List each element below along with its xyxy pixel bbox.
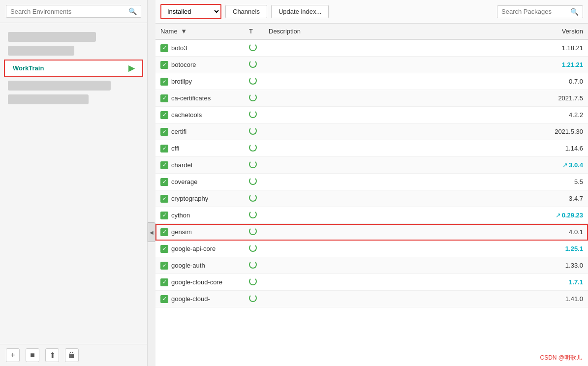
upgrade-arrow-icon: ↗ <box>556 212 561 219</box>
package-checkbox[interactable]: ✓ cffi <box>160 145 179 152</box>
package-checkbox[interactable]: ✓ botocore <box>160 61 196 69</box>
package-checkbox[interactable]: ✓ cachetools <box>160 111 202 119</box>
package-checkbox[interactable]: ✓ ca-certificates <box>160 94 211 102</box>
table-row[interactable]: ✓ botocore 1.21.21 <box>155 57 588 73</box>
package-name-label: cffi <box>171 145 179 152</box>
package-spinner-icon <box>249 294 257 302</box>
package-version-label: 0.7.0 <box>569 78 583 85</box>
package-description-cell <box>264 157 433 174</box>
checkbox-checked-icon: ✓ <box>160 195 168 203</box>
package-version-label: 1.25.1 <box>565 245 583 252</box>
env-item-worktrain[interactable]: WorkTrain ▶ <box>4 60 143 77</box>
package-spinner-icon <box>249 261 257 269</box>
filter-select-wrapper[interactable]: Installed Not Installed Updatable Select… <box>160 4 221 19</box>
package-type-cell <box>244 207 264 224</box>
table-row[interactable]: ✓ google-cloud- 1.41.0 <box>155 291 588 307</box>
package-checkbox[interactable]: ✓ boto3 <box>160 44 187 52</box>
package-description-cell <box>264 107 433 123</box>
package-checkbox[interactable]: ✓ brotlipy <box>160 78 192 86</box>
package-search-box[interactable]: 🔍 <box>497 5 583 18</box>
package-name-cell: ✓ google-auth <box>155 257 244 274</box>
package-version-label: 2021.7.5 <box>558 94 583 102</box>
run-environment-icon[interactable]: ▶ <box>128 63 134 73</box>
table-row[interactable]: ✓ ca-certificates 2021.7.5 <box>155 90 588 107</box>
package-version-cell: 1.25.1 <box>433 241 588 257</box>
type-column-header[interactable]: T <box>244 24 264 39</box>
package-checkbox[interactable]: ✓ coverage <box>160 178 197 186</box>
package-checkbox[interactable]: ✓ cython <box>160 212 190 219</box>
package-version-cell: ↗0.29.23 <box>433 207 588 224</box>
environment-list: WorkTrain ▶ <box>0 23 147 344</box>
table-row[interactable]: ✓ cryptography 3.4.7 <box>155 190 588 207</box>
package-checkbox[interactable]: ✓ google-cloud- <box>160 295 210 303</box>
sidebar-search-area: 🔍 <box>0 0 147 23</box>
add-environment-button[interactable]: + <box>6 348 20 362</box>
package-checkbox[interactable]: ✓ google-cloud-core <box>160 278 222 286</box>
package-type-cell <box>244 174 264 190</box>
package-type-cell <box>244 57 264 73</box>
table-row[interactable]: ✓ cachetools 4.2.2 <box>155 107 588 123</box>
checkbox-checked-icon: ✓ <box>160 61 168 69</box>
package-name-cell: ✓ boto3 <box>155 39 244 57</box>
package-checkbox[interactable]: ✓ cryptography <box>160 195 208 203</box>
table-row[interactable]: ✓ chardet ↗3.0.4 <box>155 157 588 174</box>
package-checkbox[interactable]: ✓ certifi <box>160 128 186 136</box>
package-name-cell: ✓ gensim <box>155 224 244 241</box>
package-description-cell <box>264 73 433 90</box>
channels-button[interactable]: Channels <box>225 5 267 18</box>
package-type-cell <box>244 241 264 257</box>
table-row[interactable]: ✓ google-cloud-core 1.7.1 <box>155 274 588 291</box>
package-name-label: boto3 <box>171 44 187 52</box>
env-search-box[interactable]: 🔍 <box>6 5 141 18</box>
env-search-icon[interactable]: 🔍 <box>128 7 137 15</box>
package-name-cell: ✓ ca-certificates <box>155 90 244 107</box>
stop-environment-button[interactable]: ■ <box>26 348 39 362</box>
table-row[interactable]: ✓ certifi 2021.5.30 <box>155 123 588 140</box>
env-search-input[interactable] <box>10 8 128 15</box>
package-checkbox[interactable]: ✓ google-api-core <box>160 245 216 253</box>
table-row[interactable]: ✓ brotlipy 0.7.0 <box>155 73 588 90</box>
table-row[interactable]: ✓ gensim 4.0.1 <box>155 224 588 241</box>
package-search-icon[interactable]: 🔍 <box>570 8 579 16</box>
import-environment-button[interactable]: ⬆ <box>45 348 59 362</box>
package-table: Name ▼ T Description Version ✓ boto3 1.1… <box>155 24 588 307</box>
package-version-label: 1.33.0 <box>565 262 583 269</box>
package-description-cell <box>264 57 433 73</box>
name-column-header[interactable]: Name ▼ <box>155 24 244 39</box>
package-version-label: 5.5 <box>574 178 583 185</box>
table-header-row: Name ▼ T Description Version <box>155 24 588 39</box>
package-type-cell <box>244 291 264 307</box>
table-row[interactable]: ✓ cython ↗0.29.23 <box>155 207 588 224</box>
package-name-label: google-cloud- <box>171 295 210 303</box>
package-checkbox[interactable]: ✓ gensim <box>160 228 192 236</box>
checkbox-checked-icon: ✓ <box>160 295 168 303</box>
table-row[interactable]: ✓ boto3 1.18.21 <box>155 39 588 57</box>
package-name-label: coverage <box>171 178 197 185</box>
package-version-cell: 3.4.7 <box>433 190 588 207</box>
package-name-label: cachetools <box>171 111 202 119</box>
package-type-cell <box>244 274 264 291</box>
upgrade-arrow-icon: ↗ <box>562 161 568 169</box>
package-name-cell: ✓ botocore <box>155 57 244 73</box>
table-row[interactable]: ✓ cffi 1.14.6 <box>155 140 588 157</box>
env-blur-item <box>8 46 74 56</box>
env-item-label: WorkTrain <box>13 64 44 72</box>
package-version-label: 4.2.2 <box>569 111 583 119</box>
package-description-cell <box>264 224 433 241</box>
version-column-header[interactable]: Version <box>433 24 588 39</box>
table-row[interactable]: ✓ google-auth 1.33.0 <box>155 257 588 274</box>
package-checkbox[interactable]: ✓ chardet <box>160 161 192 169</box>
table-row[interactable]: ✓ google-api-core 1.25.1 <box>155 241 588 257</box>
filter-select[interactable]: Installed Not Installed Updatable Select… <box>161 5 220 18</box>
update-index-button[interactable]: Update index... <box>271 5 329 18</box>
package-name-cell: ✓ chardet <box>155 157 244 174</box>
delete-environment-button[interactable]: 🗑 <box>65 348 79 362</box>
checkbox-checked-icon: ✓ <box>160 44 168 52</box>
package-search-input[interactable] <box>501 8 570 15</box>
table-row[interactable]: ✓ coverage 5.5 <box>155 174 588 190</box>
package-checkbox[interactable]: ✓ google-auth <box>160 262 205 270</box>
package-description-cell <box>264 207 433 224</box>
package-description-cell <box>264 257 433 274</box>
env-blur-item <box>8 94 89 104</box>
sidebar-collapse-button[interactable]: ◀ <box>148 222 155 242</box>
